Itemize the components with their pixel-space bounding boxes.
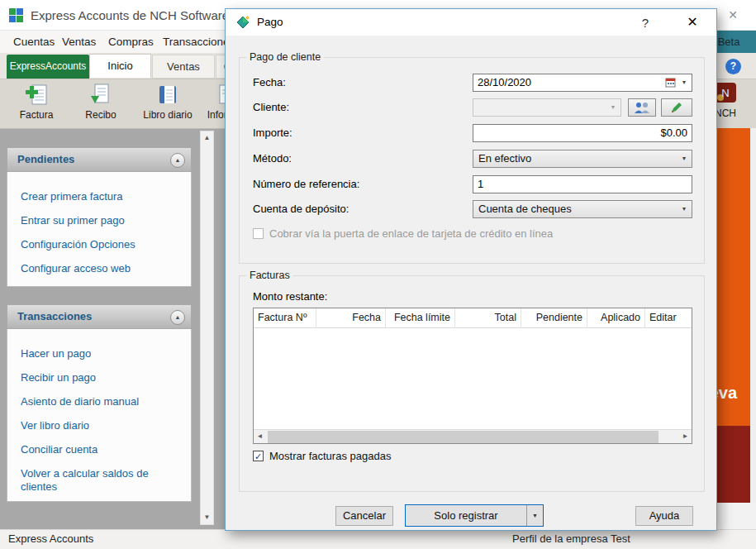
cliente-dropdown-icon: ▼ — [606, 99, 620, 116]
register-only-button[interactable]: Solo registrar ▼ — [405, 504, 544, 527]
importe-value: $0.00 — [660, 127, 687, 139]
tab-expressaccounts[interactable]: ExpressAccounts — [7, 55, 89, 79]
col-total[interactable]: Total — [455, 308, 521, 327]
deposito-value: Cuenta de cheques — [478, 203, 572, 215]
scroll-down-icon[interactable]: ▼ — [201, 511, 213, 524]
payment-group: Pago de cliente Fecha: 28/10/2020 ▼ Clie… — [239, 57, 705, 264]
toolbar-libro-diario-label: Libro diario — [136, 109, 200, 121]
tab-ventas[interactable]: Ventas — [152, 55, 215, 79]
col-aplicado[interactable]: Aplicado — [587, 308, 645, 327]
dialog-close-icon[interactable]: ✕ — [678, 12, 706, 33]
edit-customer-button[interactable] — [661, 98, 692, 117]
sidebar-link-ver-libro[interactable]: Ver libro diario — [21, 419, 183, 432]
importe-label: Importe: — [253, 124, 292, 142]
sidebar-link-crear-factura[interactable]: Crear primera factura — [21, 190, 183, 203]
menu-compras[interactable]: Compras — [108, 31, 154, 53]
sidebar-link-primer-pago[interactable]: Entrar su primer pago — [21, 214, 183, 227]
fecha-label: Fecha: — [253, 74, 286, 92]
fecha-value: 28/10/2020 — [478, 76, 531, 88]
sidebar-link-recibir-pago[interactable]: Recibir un pago — [21, 371, 183, 384]
scroll-left-icon[interactable]: ◄ — [254, 430, 266, 443]
metodo-combo[interactable]: En efectivo ▼ — [473, 150, 692, 168]
collapse-up-icon[interactable]: ▲ — [170, 153, 185, 168]
collapse-up-icon[interactable]: ▲ — [170, 310, 185, 325]
cliente-combo: ▼ — [473, 98, 621, 117]
scroll-right-icon[interactable]: ► — [679, 430, 692, 443]
deposito-dropdown-icon[interactable]: ▼ — [677, 201, 692, 217]
select-customer-button[interactable] — [628, 98, 656, 117]
invoice-plus-icon — [23, 81, 50, 107]
sidebar-link-configuracion-opciones[interactable]: Configuración Opciones — [21, 238, 183, 251]
tab-inicio[interactable]: Inicio — [89, 54, 151, 78]
scroll-up-icon[interactable]: ▲ — [201, 131, 213, 145]
toolbar-recibo-button[interactable]: Recibo — [74, 81, 127, 127]
cancel-button[interactable]: Cancelar — [335, 506, 393, 526]
referencia-value: 1 — [478, 178, 483, 190]
invoices-hscrollbar[interactable]: ◄ ► — [254, 429, 692, 443]
window-close-icon[interactable]: ✕ — [720, 6, 745, 25]
ayuda-button[interactable]: Ayuda — [635, 506, 693, 526]
edit-pencil-icon — [670, 102, 683, 114]
importe-field[interactable]: $0.00 — [473, 124, 692, 142]
dialog-titlebar: Pago ? ✕ — [226, 9, 716, 36]
app-icon — [8, 7, 24, 23]
journal-book-icon — [155, 81, 181, 107]
deposito-label: Cuenta de depósito: — [253, 200, 349, 218]
customers-icon — [634, 102, 650, 114]
sidebar-section-transacciones[interactable]: Transacciones ▲ — [7, 304, 192, 329]
svg-text:N: N — [721, 87, 729, 99]
payment-diamond-icon — [235, 15, 250, 30]
section-transacciones-title: Transacciones — [17, 310, 92, 322]
toolbar-libro-diario-button[interactable]: Libro diario — [136, 81, 200, 127]
sidebar-link-asiento-manual[interactable]: Asiento de diario manual — [21, 395, 183, 408]
sidebar-panel-transacciones: Hacer un pago Recibir un pago Asiento de… — [7, 329, 192, 502]
invoices-group: Facturas Monto restante: Factura Nº Fech… — [239, 275, 705, 492]
invoices-table-body — [254, 328, 692, 429]
status-bar — [0, 529, 756, 549]
company-profile-text: Perfil de la empresa Test — [512, 530, 630, 548]
gateway-checkbox-label: Cobrar vía la puerta de enlace de tarjet… — [269, 227, 553, 241]
invoices-group-title: Facturas — [246, 270, 293, 281]
sidebar-link-conciliar-cuenta[interactable]: Conciliar cuenta — [21, 443, 183, 456]
section-pendientes-title: Pendientes — [17, 153, 74, 165]
referencia-field[interactable]: 1 — [473, 175, 692, 193]
show-paid-checkbox[interactable]: ✓ — [253, 451, 264, 461]
col-editar[interactable]: Editar — [645, 308, 692, 327]
sidebar-link-hacer-pago[interactable]: Hacer un pago — [21, 347, 183, 360]
menu-cuentas[interactable]: Cuentas — [13, 31, 55, 53]
fecha-dropdown-icon[interactable]: ▼ — [677, 74, 692, 91]
toolbar-factura-label: Factura — [10, 109, 63, 121]
menu-ventas[interactable]: Ventas — [62, 31, 96, 53]
status-app-name: Express Accounts — [8, 529, 93, 549]
invoices-table-header: Factura Nº Fecha Fecha límite Total Pend… — [254, 308, 692, 328]
window-title: Express Accounts de NCH Software — [31, 0, 229, 31]
pago-dialog: Pago ? ✕ Pago de cliente Fecha: 28/10/20… — [225, 8, 717, 531]
dialog-help-icon[interactable]: ? — [634, 13, 657, 33]
fecha-field[interactable]: 28/10/2020 ▼ — [473, 74, 692, 92]
sidebar-link-acceso-web[interactable]: Configurar acceso web — [21, 262, 183, 275]
calendar-icon[interactable] — [665, 77, 677, 88]
toolbar-recibo-label: Recibo — [74, 109, 127, 121]
toolbar-factura-button[interactable]: Factura — [10, 81, 63, 127]
sidebar-section-pendientes[interactable]: Pendientes ▲ — [7, 147, 192, 172]
payment-group-title: Pago de cliente — [246, 51, 324, 63]
right-edge — [750, 128, 756, 503]
sidebar-link-recalcular-saldos[interactable]: Volver a calcular saldos de clientes — [21, 467, 183, 494]
deposito-combo[interactable]: Cuenta de cheques ▼ — [473, 200, 692, 218]
referencia-label: Número de referencia: — [253, 175, 359, 193]
metodo-label: Método: — [253, 150, 292, 168]
col-fecha-limite[interactable]: Fecha límite — [386, 308, 455, 327]
help-icon[interactable]: ? — [725, 59, 741, 74]
register-dropdown-icon[interactable]: ▼ — [527, 505, 543, 526]
invoices-table: Factura Nº Fecha Fecha límite Total Pend… — [253, 308, 692, 444]
cliente-label: Cliente: — [253, 98, 289, 117]
metodo-dropdown-icon[interactable]: ▼ — [677, 150, 692, 167]
gateway-checkbox — [253, 228, 264, 239]
col-fecha[interactable]: Fecha — [316, 308, 386, 327]
sidebar-scrollbar[interactable]: ▲ ▼ — [200, 131, 214, 525]
remaining-amount-label: Monto restante: — [253, 288, 327, 306]
hscroll-thumb[interactable] — [268, 431, 659, 443]
register-only-label[interactable]: Solo registrar — [406, 505, 527, 526]
col-pendiente[interactable]: Pendiente — [521, 308, 587, 327]
col-factura-n[interactable]: Factura Nº — [254, 308, 316, 327]
